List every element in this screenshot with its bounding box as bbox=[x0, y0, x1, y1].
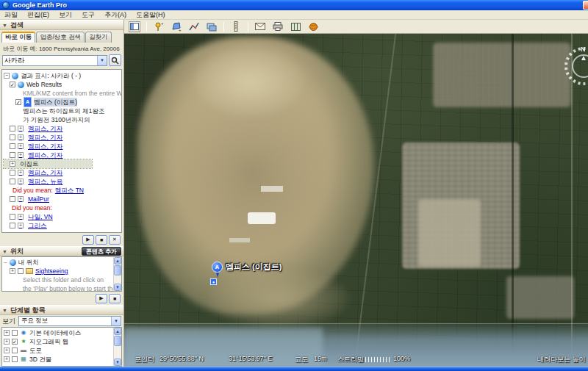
add-image-overlay-icon[interactable] bbox=[206, 21, 218, 32]
selected-result-row[interactable]: A 멤피스 (이집트) bbox=[4, 98, 121, 107]
search-button[interactable] bbox=[109, 54, 121, 66]
title-bar[interactable]: Google Earth Pro bbox=[0, 0, 588, 10]
expander-icon[interactable]: + bbox=[4, 356, 10, 362]
result-label[interactable]: 그리스 bbox=[28, 221, 47, 230]
places-scrollbar[interactable]: ▲ ▼ bbox=[113, 257, 121, 291]
search-result-row[interactable]: + 나일, VN bbox=[4, 212, 121, 221]
map-viewport[interactable]: N A ● 멤피스 (이집트) 포인터 29°50'55.88" N 31°15… bbox=[124, 34, 588, 367]
ruler-icon[interactable] bbox=[230, 21, 242, 32]
layers-scrollbar[interactable]: ▲ ▼ bbox=[113, 328, 121, 366]
sightseeing-checkbox[interactable] bbox=[18, 268, 24, 274]
result-checkbox[interactable] bbox=[10, 170, 15, 176]
layer-row[interactable]: + ▬ 도로 bbox=[4, 346, 121, 355]
web-results-checkbox[interactable] bbox=[10, 82, 15, 87]
expander-icon[interactable]: + bbox=[18, 143, 24, 149]
scroll-up-icon[interactable]: ▲ bbox=[114, 328, 121, 335]
result-checkbox[interactable] bbox=[15, 99, 21, 105]
search-tab[interactable]: 길찾기 bbox=[85, 32, 112, 43]
places-tree[interactable]: − 내 위치 + Sightseeing Select this folder … bbox=[1, 256, 122, 292]
result-label[interactable]: MailPur bbox=[28, 195, 49, 203]
menu-item[interactable]: 편집(E) bbox=[27, 10, 49, 20]
expander-icon[interactable]: − bbox=[4, 73, 10, 79]
menu-item[interactable]: 파일 bbox=[4, 10, 18, 20]
result-label[interactable]: 멤피스, 기자 bbox=[28, 124, 62, 133]
print-icon[interactable] bbox=[272, 21, 284, 32]
expander-icon[interactable]: + bbox=[18, 152, 24, 158]
combo-dropdown-icon[interactable]: ▼ bbox=[97, 56, 107, 65]
search-result-row[interactable]: + 그리스 bbox=[4, 221, 121, 230]
placemark-base-icon[interactable]: ● bbox=[210, 278, 217, 285]
combo-dropdown-icon[interactable]: ▼ bbox=[111, 317, 121, 325]
result-checkbox[interactable] bbox=[10, 223, 15, 228]
my-places-row[interactable]: − 내 위치 bbox=[4, 258, 121, 267]
layers-panel-header[interactable]: ▼ 단계별 항목 bbox=[0, 305, 123, 315]
menu-item[interactable]: 도움말(H) bbox=[136, 10, 165, 20]
add-path-icon[interactable] bbox=[188, 21, 200, 32]
result-checkbox[interactable] bbox=[10, 143, 15, 149]
layer-row[interactable]: + ▦ 3D 건물 bbox=[4, 355, 121, 364]
stop-tour-button[interactable]: ■ bbox=[109, 294, 121, 303]
window-close-button[interactable] bbox=[583, 1, 588, 10]
result-label[interactable]: 이집트 bbox=[20, 159, 39, 168]
result-checkbox[interactable] bbox=[10, 134, 15, 140]
scroll-down-icon[interactable]: ▼ bbox=[114, 359, 121, 366]
expander-icon[interactable]: + bbox=[18, 170, 24, 176]
toggle-sidebar-icon[interactable] bbox=[129, 21, 140, 32]
expander-icon[interactable]: + bbox=[4, 339, 10, 345]
expander-icon[interactable]: + bbox=[10, 161, 15, 167]
placemark-pin[interactable]: A bbox=[212, 262, 223, 273]
result-label[interactable]: 멤피스, 기자 bbox=[28, 133, 62, 142]
layer-row[interactable]: + ◉ 기본 데이터베이스 bbox=[4, 328, 121, 337]
search-tab[interactable]: 바로 이동 bbox=[1, 32, 35, 43]
search-result-row[interactable]: + MailPur bbox=[4, 195, 121, 203]
add-polygon-icon[interactable]: + bbox=[171, 21, 182, 32]
scroll-thumb[interactable] bbox=[114, 336, 121, 346]
scroll-up-icon[interactable]: ▲ bbox=[114, 257, 121, 264]
result-checkbox[interactable] bbox=[10, 196, 15, 202]
results-root-row[interactable]: − 결과 표시: 사카라 ( - ) bbox=[4, 71, 121, 80]
add-placemark-icon[interactable]: + bbox=[153, 21, 165, 32]
clear-results-button[interactable]: ✕ bbox=[109, 235, 121, 245]
result-checkbox[interactable] bbox=[10, 126, 15, 132]
search-input[interactable] bbox=[3, 56, 97, 65]
search-result-row[interactable]: + 멤피스, 기자 bbox=[4, 151, 121, 159]
search-result-row[interactable]: + 멤피스, 기자 bbox=[4, 124, 121, 133]
search-result-row[interactable]: + Did you mean: 멤피스 TN bbox=[4, 186, 121, 195]
switch-to-sky-icon[interactable] bbox=[307, 21, 319, 32]
expander-icon[interactable]: + bbox=[4, 347, 10, 353]
expander-icon[interactable]: + bbox=[4, 330, 10, 336]
places-panel-header[interactable]: ▼ 위치 콘텐츠 추가 bbox=[0, 246, 123, 256]
sightseeing-label[interactable]: Sightseeing bbox=[35, 267, 68, 275]
layers-view-select[interactable]: 주요 정보 ▼ bbox=[18, 316, 121, 326]
menu-item[interactable]: 보기 bbox=[59, 10, 72, 20]
taskbar-edge[interactable] bbox=[0, 367, 588, 371]
sightseeing-row[interactable]: + Sightseeing bbox=[4, 267, 121, 275]
expander-icon[interactable]: + bbox=[18, 196, 24, 202]
search-result-row[interactable]: + 멤피스, 기자 bbox=[4, 168, 121, 177]
menu-item[interactable]: 추가(A) bbox=[104, 10, 126, 20]
result-label[interactable]: Did you mean: bbox=[12, 203, 52, 212]
result-label[interactable]: 멤피스 TN bbox=[55, 186, 84, 195]
result-label[interactable]: 나일, VN bbox=[28, 212, 53, 221]
search-results-list[interactable]: − 결과 표시: 사카라 ( - ) Web Results KML/KMZ c… bbox=[1, 69, 122, 233]
search-result-row[interactable]: + 멤피스, 기자 bbox=[4, 133, 121, 142]
search-result-row[interactable]: + 멤피스, 뉴욕 bbox=[4, 177, 121, 186]
search-result-row[interactable]: + 이집트 bbox=[4, 159, 92, 168]
stop-tour-button[interactable]: ■ bbox=[96, 235, 107, 245]
result-label[interactable]: 멤피스, 기자 bbox=[28, 168, 62, 177]
expander-icon[interactable]: + bbox=[18, 223, 24, 228]
result-checkbox[interactable] bbox=[10, 152, 15, 158]
search-panel-header[interactable]: ▼ 검색 bbox=[0, 20, 123, 30]
expander-icon[interactable]: + bbox=[18, 214, 24, 220]
result-label[interactable]: 멤피스, 기자 bbox=[28, 151, 62, 159]
expander-icon[interactable]: + bbox=[18, 126, 24, 132]
layer-checkbox[interactable] bbox=[12, 339, 18, 345]
expander-icon[interactable]: + bbox=[18, 179, 24, 184]
search-tab[interactable]: 업종/상호 검색 bbox=[36, 32, 85, 43]
layer-row[interactable]: + ★ 지오그래픽 웹 bbox=[4, 337, 121, 346]
play-tour-button[interactable]: ▶ bbox=[96, 294, 107, 303]
compass-navigation[interactable]: N bbox=[560, 43, 588, 90]
result-label[interactable]: 멤피스, 기자 bbox=[28, 142, 62, 151]
email-icon[interactable] bbox=[254, 21, 266, 32]
search-result-row[interactable]: + Did you mean: bbox=[4, 203, 121, 212]
